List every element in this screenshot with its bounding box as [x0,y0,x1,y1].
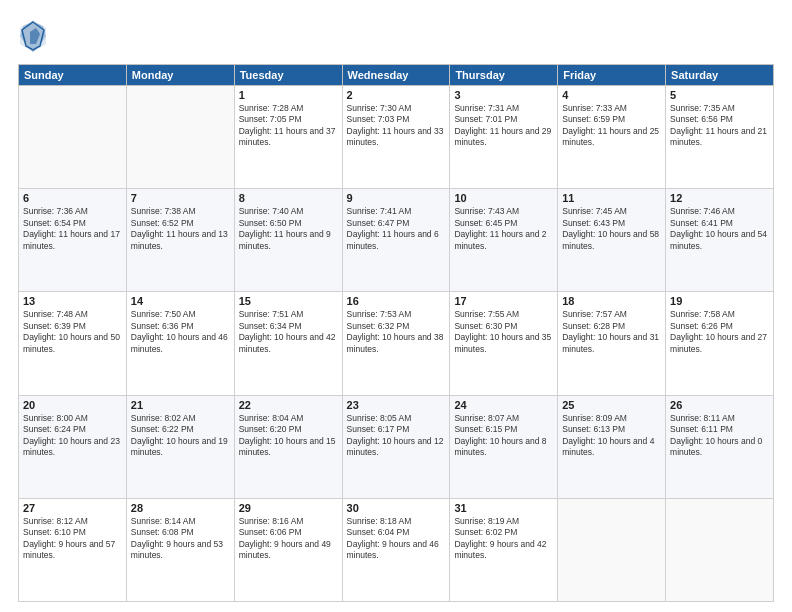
day-number: 28 [131,502,230,514]
day-info: Sunrise: 7:38 AM Sunset: 6:52 PM Dayligh… [131,206,230,252]
day-cell: 8Sunrise: 7:40 AM Sunset: 6:50 PM Daylig… [234,189,342,292]
day-cell: 28Sunrise: 8:14 AM Sunset: 6:08 PM Dayli… [126,498,234,601]
calendar: SundayMondayTuesdayWednesdayThursdayFrid… [18,64,774,602]
day-number: 29 [239,502,338,514]
day-cell: 22Sunrise: 8:04 AM Sunset: 6:20 PM Dayli… [234,395,342,498]
day-info: Sunrise: 8:11 AM Sunset: 6:11 PM Dayligh… [670,413,769,459]
day-info: Sunrise: 7:31 AM Sunset: 7:01 PM Dayligh… [454,103,553,149]
day-number: 3 [454,89,553,101]
day-number: 10 [454,192,553,204]
day-cell: 15Sunrise: 7:51 AM Sunset: 6:34 PM Dayli… [234,292,342,395]
day-info: Sunrise: 7:55 AM Sunset: 6:30 PM Dayligh… [454,309,553,355]
day-number: 6 [23,192,122,204]
day-info: Sunrise: 7:40 AM Sunset: 6:50 PM Dayligh… [239,206,338,252]
logo-icon [18,18,48,54]
day-info: Sunrise: 7:45 AM Sunset: 6:43 PM Dayligh… [562,206,661,252]
day-info: Sunrise: 7:58 AM Sunset: 6:26 PM Dayligh… [670,309,769,355]
day-info: Sunrise: 7:51 AM Sunset: 6:34 PM Dayligh… [239,309,338,355]
day-info: Sunrise: 8:00 AM Sunset: 6:24 PM Dayligh… [23,413,122,459]
day-cell [126,86,234,189]
day-cell: 21Sunrise: 8:02 AM Sunset: 6:22 PM Dayli… [126,395,234,498]
day-number: 21 [131,399,230,411]
day-number: 14 [131,295,230,307]
day-info: Sunrise: 7:35 AM Sunset: 6:56 PM Dayligh… [670,103,769,149]
weekday-header-sunday: Sunday [19,65,127,86]
day-info: Sunrise: 8:12 AM Sunset: 6:10 PM Dayligh… [23,516,122,562]
day-cell: 14Sunrise: 7:50 AM Sunset: 6:36 PM Dayli… [126,292,234,395]
week-row-3: 13Sunrise: 7:48 AM Sunset: 6:39 PM Dayli… [19,292,774,395]
day-cell: 27Sunrise: 8:12 AM Sunset: 6:10 PM Dayli… [19,498,127,601]
day-info: Sunrise: 8:14 AM Sunset: 6:08 PM Dayligh… [131,516,230,562]
weekday-header-monday: Monday [126,65,234,86]
day-cell [19,86,127,189]
day-info: Sunrise: 8:07 AM Sunset: 6:15 PM Dayligh… [454,413,553,459]
day-number: 17 [454,295,553,307]
weekday-header-row: SundayMondayTuesdayWednesdayThursdayFrid… [19,65,774,86]
day-cell: 24Sunrise: 8:07 AM Sunset: 6:15 PM Dayli… [450,395,558,498]
day-number: 26 [670,399,769,411]
day-number: 2 [347,89,446,101]
day-cell: 31Sunrise: 8:19 AM Sunset: 6:02 PM Dayli… [450,498,558,601]
day-cell: 16Sunrise: 7:53 AM Sunset: 6:32 PM Dayli… [342,292,450,395]
weekday-header-friday: Friday [558,65,666,86]
day-number: 16 [347,295,446,307]
day-number: 8 [239,192,338,204]
day-info: Sunrise: 7:28 AM Sunset: 7:05 PM Dayligh… [239,103,338,149]
day-number: 18 [562,295,661,307]
day-cell: 2Sunrise: 7:30 AM Sunset: 7:03 PM Daylig… [342,86,450,189]
week-row-2: 6Sunrise: 7:36 AM Sunset: 6:54 PM Daylig… [19,189,774,292]
day-number: 24 [454,399,553,411]
day-number: 13 [23,295,122,307]
day-cell: 10Sunrise: 7:43 AM Sunset: 6:45 PM Dayli… [450,189,558,292]
day-info: Sunrise: 8:02 AM Sunset: 6:22 PM Dayligh… [131,413,230,459]
weekday-header-thursday: Thursday [450,65,558,86]
day-info: Sunrise: 7:30 AM Sunset: 7:03 PM Dayligh… [347,103,446,149]
day-number: 5 [670,89,769,101]
page: SundayMondayTuesdayWednesdayThursdayFrid… [0,0,792,612]
day-cell: 7Sunrise: 7:38 AM Sunset: 6:52 PM Daylig… [126,189,234,292]
day-number: 23 [347,399,446,411]
day-number: 31 [454,502,553,514]
weekday-header-wednesday: Wednesday [342,65,450,86]
day-cell: 3Sunrise: 7:31 AM Sunset: 7:01 PM Daylig… [450,86,558,189]
day-info: Sunrise: 8:19 AM Sunset: 6:02 PM Dayligh… [454,516,553,562]
day-cell: 12Sunrise: 7:46 AM Sunset: 6:41 PM Dayli… [666,189,774,292]
day-cell: 18Sunrise: 7:57 AM Sunset: 6:28 PM Dayli… [558,292,666,395]
day-number: 20 [23,399,122,411]
day-info: Sunrise: 7:36 AM Sunset: 6:54 PM Dayligh… [23,206,122,252]
header [18,18,774,54]
day-cell: 17Sunrise: 7:55 AM Sunset: 6:30 PM Dayli… [450,292,558,395]
logo [18,18,52,54]
day-info: Sunrise: 8:09 AM Sunset: 6:13 PM Dayligh… [562,413,661,459]
day-cell [558,498,666,601]
day-info: Sunrise: 8:04 AM Sunset: 6:20 PM Dayligh… [239,413,338,459]
day-number: 30 [347,502,446,514]
day-cell: 23Sunrise: 8:05 AM Sunset: 6:17 PM Dayli… [342,395,450,498]
day-cell: 26Sunrise: 8:11 AM Sunset: 6:11 PM Dayli… [666,395,774,498]
day-cell [666,498,774,601]
day-info: Sunrise: 7:48 AM Sunset: 6:39 PM Dayligh… [23,309,122,355]
day-cell: 20Sunrise: 8:00 AM Sunset: 6:24 PM Dayli… [19,395,127,498]
day-number: 1 [239,89,338,101]
day-cell: 5Sunrise: 7:35 AM Sunset: 6:56 PM Daylig… [666,86,774,189]
day-number: 19 [670,295,769,307]
day-cell: 25Sunrise: 8:09 AM Sunset: 6:13 PM Dayli… [558,395,666,498]
day-number: 9 [347,192,446,204]
day-info: Sunrise: 7:53 AM Sunset: 6:32 PM Dayligh… [347,309,446,355]
day-cell: 6Sunrise: 7:36 AM Sunset: 6:54 PM Daylig… [19,189,127,292]
day-info: Sunrise: 7:43 AM Sunset: 6:45 PM Dayligh… [454,206,553,252]
weekday-header-tuesday: Tuesday [234,65,342,86]
day-info: Sunrise: 7:41 AM Sunset: 6:47 PM Dayligh… [347,206,446,252]
day-number: 25 [562,399,661,411]
day-cell: 13Sunrise: 7:48 AM Sunset: 6:39 PM Dayli… [19,292,127,395]
week-row-1: 1Sunrise: 7:28 AM Sunset: 7:05 PM Daylig… [19,86,774,189]
day-info: Sunrise: 8:05 AM Sunset: 6:17 PM Dayligh… [347,413,446,459]
day-cell: 9Sunrise: 7:41 AM Sunset: 6:47 PM Daylig… [342,189,450,292]
day-number: 15 [239,295,338,307]
weekday-header-saturday: Saturday [666,65,774,86]
week-row-4: 20Sunrise: 8:00 AM Sunset: 6:24 PM Dayli… [19,395,774,498]
day-cell: 19Sunrise: 7:58 AM Sunset: 6:26 PM Dayli… [666,292,774,395]
day-info: Sunrise: 7:57 AM Sunset: 6:28 PM Dayligh… [562,309,661,355]
day-info: Sunrise: 7:50 AM Sunset: 6:36 PM Dayligh… [131,309,230,355]
day-info: Sunrise: 8:16 AM Sunset: 6:06 PM Dayligh… [239,516,338,562]
